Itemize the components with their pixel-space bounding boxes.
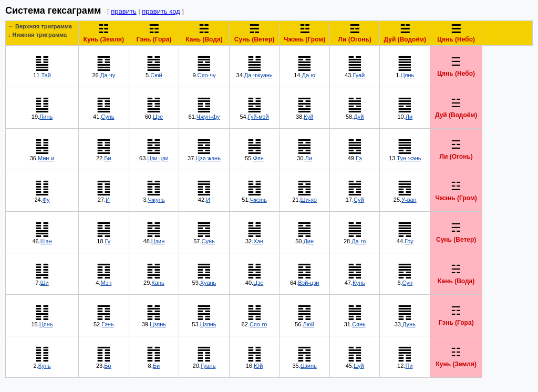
hex-link-4-7[interactable]: Гоу <box>405 238 413 244</box>
hex-link-7-6[interactable]: Цуй <box>354 363 364 369</box>
hex-link-3-5[interactable]: Ши-хо <box>301 197 317 203</box>
hex-link-4-1[interactable]: Гу <box>105 238 111 244</box>
hex-label-2-3: 37.Цзя-жэнь <box>188 155 221 161</box>
hex-link-1-6[interactable]: Дуй <box>354 114 364 120</box>
cell-content-2-0: ䷣ 36.Мин-и <box>7 131 77 168</box>
hex-symbol-1-0: ䷒ <box>35 96 50 112</box>
hex-link-2-4[interactable]: Фян <box>253 155 263 161</box>
cell-3-0: ䷗ 24.Фу <box>6 170 79 212</box>
cell-5-4: ䷧ 40.Цзе <box>229 253 280 295</box>
hex-link-0-7[interactable]: Цянь <box>400 72 414 78</box>
hex-link-6-3[interactable]: Цзянь <box>200 321 216 327</box>
hex-link-3-6[interactable]: Суй <box>354 197 364 203</box>
hex-link-6-5[interactable]: Люй <box>303 321 314 327</box>
hex-link-7-3[interactable]: Гуань <box>201 363 216 369</box>
hex-link-6-7[interactable]: Дунь <box>402 321 416 327</box>
cell-1-4: ䷵ 54.Гуй-мэй <box>229 87 280 129</box>
cell-6-6: ䷞ 31.Сянь <box>329 295 380 336</box>
hex-link-6-6[interactable]: Сянь <box>352 321 366 327</box>
hex-link-0-1[interactable]: Да-чу <box>100 72 115 78</box>
cell-content-0-5: ䷍ 14.Да-ю <box>281 48 328 85</box>
hex-symbol-4-3: ䷸ <box>196 220 212 237</box>
cell-4-4: ䷟ 32.Хэн <box>229 212 280 253</box>
hex-link-6-0[interactable]: Цянь <box>39 321 53 327</box>
hex-link-5-7[interactable]: Сун <box>402 280 413 286</box>
cell-4-1: ䷑ 18.Гу <box>79 212 129 253</box>
hex-link-5-4[interactable]: Цзе <box>253 280 263 286</box>
hex-link-5-2[interactable]: Кань <box>151 280 164 286</box>
cell-content-5-3: ䷺ 59.Хуань <box>180 255 228 292</box>
cell-0-3: ䷈ 9.Сяо-чу <box>179 46 230 87</box>
hex-link-4-4[interactable]: Хэн <box>253 238 263 244</box>
hex-link-2-0[interactable]: Мин-и <box>38 155 54 161</box>
hex-link-2-7[interactable]: Тун-жэнь <box>397 155 421 161</box>
hex-link-0-4[interactable]: Да-чжуань <box>244 72 273 78</box>
hex-link-1-0[interactable]: Линь <box>39 114 53 120</box>
hex-link-3-2[interactable]: Чжунь <box>148 197 164 203</box>
hex-link-7-5[interactable]: Цзинь <box>301 363 317 369</box>
hex-link-1-1[interactable]: Сунь <box>101 114 114 120</box>
hex-link-6-4[interactable]: Сяо-го <box>250 321 267 327</box>
hex-link-5-0[interactable]: Ши <box>40 280 48 286</box>
cell-7-6: ䷬ 45.Цуй <box>329 336 380 378</box>
cell-content-7-2: ䷇ 8.Би <box>130 338 178 375</box>
hex-link-3-0[interactable]: Фу <box>43 197 50 203</box>
hex-link-2-5[interactable]: Ли <box>305 155 312 161</box>
hex-link-5-1[interactable]: Мэн <box>100 280 111 286</box>
hex-symbol-4-0: ䷭ <box>35 220 50 237</box>
cell-content-2-7: ䷌ 13.Тун-жэнь <box>381 131 429 168</box>
edit-link-1[interactable]: править <box>111 7 136 15</box>
col-header-5: ☲Ли (Огонь) <box>329 21 380 46</box>
cell-6-3: ䷴ 53.Цзянь <box>179 295 230 336</box>
row-header-symbol-5: ☵ <box>433 263 479 276</box>
hex-link-7-2[interactable]: Би <box>153 363 160 369</box>
hex-link-5-6[interactable]: Кунь <box>353 280 365 286</box>
hex-link-0-0[interactable]: Тай <box>41 72 51 78</box>
hex-link-5-5[interactable]: Вэй-цзи <box>298 280 319 286</box>
cell-content-3-2: ䷂ 3.Чжунь <box>130 172 178 209</box>
hex-link-7-7[interactable]: Пи <box>405 363 412 369</box>
hex-link-2-6[interactable]: Гэ <box>356 155 362 161</box>
hex-link-1-2[interactable]: Цзе <box>153 114 163 120</box>
hex-link-4-0[interactable]: Шэн <box>40 238 52 244</box>
hex-link-3-4[interactable]: Чжэнь <box>250 197 267 203</box>
cell-content-0-4: ䷡ 34.Да-чжуань <box>231 48 278 85</box>
hex-link-6-2[interactable]: Цзянь <box>150 321 166 327</box>
cell-content-6-5: ䷷ 56.Люй <box>281 297 328 334</box>
row-header-name-3: Чжэнь (Гром) <box>433 194 479 202</box>
cell-content-4-3: ䷸ 57.Сунь <box>180 214 228 251</box>
hex-link-2-2[interactable]: Цзи-цзи <box>147 155 168 161</box>
hex-link-4-3[interactable]: Сунь <box>201 238 214 244</box>
edit-link-2[interactable]: править код <box>142 7 180 15</box>
hex-link-7-1[interactable]: Бо <box>104 363 111 369</box>
hex-symbol-3-1: ䷚ <box>96 179 111 195</box>
hex-symbol-2-5: ䷝ <box>297 137 312 154</box>
hex-label-0-5: 14.Да-ю <box>294 72 315 78</box>
hex-link-2-1[interactable]: Би <box>104 155 111 161</box>
hex-link-2-3[interactable]: Цзя-жэнь <box>195 155 221 161</box>
hex-link-1-7[interactable]: Ли <box>406 114 412 120</box>
hex-symbol-7-1: ䷖ <box>96 345 111 362</box>
hex-link-1-4[interactable]: Гуй-мэй <box>248 114 269 120</box>
cell-6-0: ䷎ 15.Цянь <box>6 295 79 336</box>
hex-link-6-1[interactable]: Гэнь <box>101 321 113 327</box>
hex-link-0-2[interactable]: Сюй <box>150 72 162 78</box>
cell-content-0-7: ䷀ 1.Цянь <box>381 48 429 85</box>
cell-4-3: ䷸ 57.Сунь <box>179 212 230 253</box>
hex-link-1-3[interactable]: Чжун-фу <box>196 114 220 120</box>
hex-label-2-0: 36.Мин-и <box>30 155 55 161</box>
hex-link-7-0[interactable]: Кунь <box>38 363 51 369</box>
hex-link-4-6[interactable]: Да-го <box>351 238 366 244</box>
hex-link-3-7[interactable]: У-ван <box>401 197 417 203</box>
hex-link-7-4[interactable]: Юй <box>254 363 263 369</box>
hex-link-5-3[interactable]: Хуань <box>200 280 216 286</box>
hex-link-0-3[interactable]: Сяо-чу <box>198 72 216 78</box>
hex-link-4-2[interactable]: Цзин <box>151 238 164 244</box>
hex-link-3-1[interactable]: И <box>106 197 110 203</box>
hex-symbol-2-2: ䷾ <box>146 137 161 154</box>
hex-link-4-5[interactable]: Дин <box>303 238 314 244</box>
hex-link-3-3[interactable]: И <box>206 197 210 203</box>
hex-link-0-5[interactable]: Да-ю <box>302 72 315 78</box>
hex-link-1-5[interactable]: Куй <box>304 114 313 120</box>
hex-link-0-6[interactable]: Гуай <box>353 72 365 78</box>
